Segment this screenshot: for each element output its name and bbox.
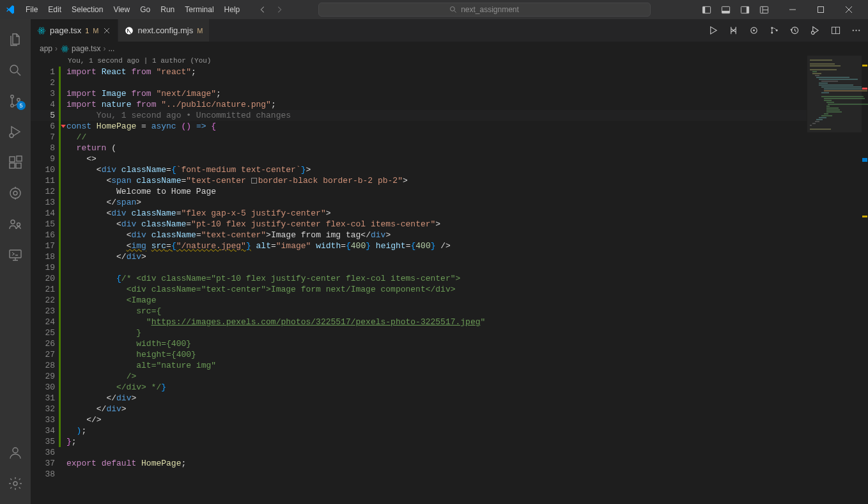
tab-next-config[interactable]: next.config.mjs M xyxy=(118,19,210,42)
activity-bottom xyxy=(0,437,31,499)
main-area: 5 page.tsx xyxy=(0,19,868,504)
line-number: 8 xyxy=(31,143,58,154)
line-number: 30 xyxy=(31,382,58,393)
svg-point-39 xyxy=(855,29,856,31)
main-menu: File Edit Selection View Go Run Terminal… xyxy=(20,3,245,17)
svg-point-11 xyxy=(11,104,13,107)
menu-file[interactable]: File xyxy=(20,3,43,17)
svg-point-38 xyxy=(852,29,853,31)
vscode-logo-icon xyxy=(5,4,15,15)
close-icon[interactable] xyxy=(102,26,111,35)
menu-go[interactable]: Go xyxy=(135,3,155,17)
search-icon xyxy=(449,6,457,13)
editor-actions xyxy=(707,25,868,36)
line-number: 1 xyxy=(31,67,58,77)
activity-search[interactable] xyxy=(0,55,31,86)
line-number: 9 xyxy=(31,154,58,164)
activity-settings[interactable] xyxy=(0,468,31,499)
gitlens-inline: You, 1 second ago • Uncommitted changes xyxy=(97,111,291,120)
breadcrumb-more[interactable]: ... xyxy=(108,44,114,53)
tab-problems: 1 xyxy=(85,27,89,35)
more-actions-icon[interactable] xyxy=(850,25,862,36)
line-number: 11 xyxy=(31,175,58,186)
tab-page-tsx[interactable]: page.tsx 1 M xyxy=(31,19,118,42)
svg-rect-2 xyxy=(703,6,706,13)
svg-point-21 xyxy=(17,223,20,226)
line-number: 2 xyxy=(31,77,58,88)
remote-icon xyxy=(8,247,23,262)
overview-ruler[interactable] xyxy=(862,56,868,504)
codelens[interactable]: You, 1 second ago | 1 author (You) xyxy=(31,56,807,67)
svg-rect-15 xyxy=(10,163,15,168)
toggle-panel-icon[interactable] xyxy=(721,4,731,15)
git-graph-icon[interactable] xyxy=(768,25,780,36)
toggle-primary-sidebar-icon[interactable] xyxy=(702,4,712,15)
react-file-icon xyxy=(60,44,69,53)
activity-gitlens[interactable] xyxy=(0,178,31,209)
line-number: 6 xyxy=(31,121,58,132)
activity-source-control[interactable]: 5 xyxy=(0,86,31,116)
chevron-right-icon: › xyxy=(55,44,58,53)
line-number: 4 xyxy=(31,99,58,110)
menu-run[interactable]: Run xyxy=(155,3,180,17)
activity-account[interactable] xyxy=(0,437,31,468)
minimap[interactable] xyxy=(807,56,868,504)
line-number: 13 xyxy=(31,197,58,208)
error-glyph-icon xyxy=(61,125,66,128)
line-number: 5 xyxy=(31,110,58,121)
react-file-icon xyxy=(37,26,46,35)
nav-back-icon[interactable] xyxy=(258,4,268,15)
menu-edit[interactable]: Edit xyxy=(43,3,66,17)
line-number: 37 xyxy=(31,458,58,469)
breadcrumbs[interactable]: app › page.tsx › ... xyxy=(31,42,868,56)
breadcrumb-folder[interactable]: app xyxy=(40,44,52,53)
line-number: 28 xyxy=(31,360,58,371)
toggle-file-blame-icon[interactable] xyxy=(748,25,759,36)
activity-explorer[interactable] xyxy=(0,24,31,55)
activity-remote[interactable] xyxy=(0,239,31,270)
menu-view[interactable]: View xyxy=(108,3,135,17)
svg-rect-17 xyxy=(17,156,22,161)
menu-selection[interactable]: Selection xyxy=(66,3,108,17)
maximize-button[interactable] xyxy=(807,1,835,19)
line-number: 7 xyxy=(31,132,58,143)
code-editor[interactable]: You, 1 second ago | 1 author (You) 1impo… xyxy=(31,56,807,504)
activity-run-debug[interactable] xyxy=(0,116,31,147)
activity-live-share[interactable] xyxy=(0,209,31,239)
extensions-icon xyxy=(8,155,23,170)
customize-layout-icon[interactable] xyxy=(759,4,770,15)
nav-forward-icon[interactable] xyxy=(274,4,284,15)
tab-scm-status: M xyxy=(197,27,203,35)
minimap-slider[interactable] xyxy=(807,56,862,132)
svg-rect-6 xyxy=(747,6,749,13)
activity-bar: 5 xyxy=(0,19,31,504)
line-number: 38 xyxy=(31,469,58,480)
run-icon[interactable] xyxy=(707,25,718,36)
scm-badge: 5 xyxy=(17,101,26,110)
svg-point-20 xyxy=(11,220,15,224)
tab-scm-status: M xyxy=(93,27,98,35)
minimize-button[interactable] xyxy=(779,1,807,19)
menu-help[interactable]: Help xyxy=(219,3,245,17)
activity-extensions[interactable] xyxy=(0,147,31,178)
line-number: 36 xyxy=(31,447,58,458)
line-number: 10 xyxy=(31,164,58,175)
command-center[interactable]: next_assignment xyxy=(318,3,651,17)
menu-terminal[interactable]: Terminal xyxy=(180,3,219,17)
run-debug-icon[interactable] xyxy=(809,25,821,36)
live-share-icon xyxy=(8,216,23,232)
revision-nav-icon[interactable] xyxy=(789,25,800,36)
account-icon xyxy=(8,445,23,461)
line-number: 33 xyxy=(31,414,58,425)
breadcrumb-file[interactable]: page.tsx xyxy=(72,44,100,53)
toggle-secondary-sidebar-icon[interactable] xyxy=(740,4,750,15)
line-number: 35 xyxy=(31,436,58,447)
line-number: 14 xyxy=(31,208,58,219)
close-window-button[interactable] xyxy=(835,1,863,19)
compare-changes-icon[interactable] xyxy=(727,25,739,36)
svg-rect-8 xyxy=(818,7,823,13)
line-number: 22 xyxy=(31,295,58,306)
svg-rect-22 xyxy=(10,250,21,258)
split-editor-icon[interactable] xyxy=(830,25,841,36)
title-bar: File Edit Selection View Go Run Terminal… xyxy=(0,0,868,19)
